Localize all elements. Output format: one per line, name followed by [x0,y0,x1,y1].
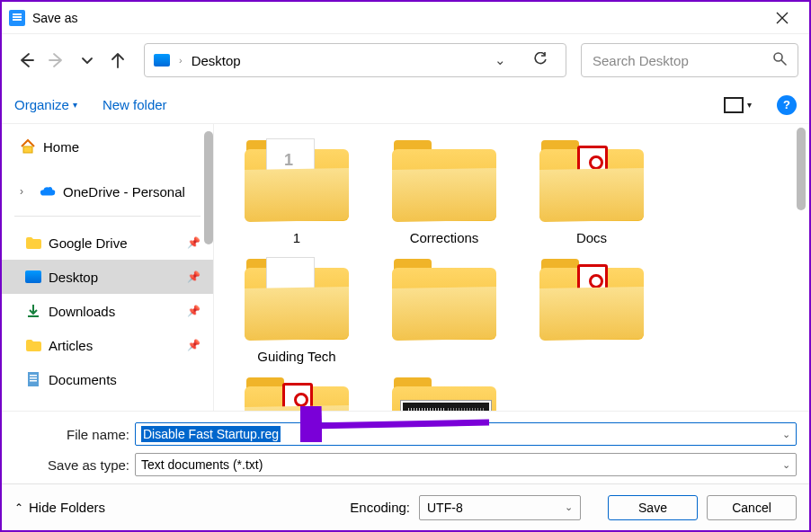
chevron-down-icon[interactable]: ⌄ [486,52,515,68]
folder-item[interactable] [383,370,505,411]
pin-icon: 📌 [187,305,201,317]
pin-icon: 📌 [187,270,201,283]
pin-icon: 📌 [187,236,201,249]
file-name-field[interactable]: Disable Fast Startup.reg ⌄ [135,422,797,446]
tree-item-home[interactable]: Home [2,129,213,164]
tree-item-articles[interactable]: Articles 📌 [2,328,213,362]
svg-point-0 [774,53,782,61]
folder-item[interactable]: Docs [530,133,653,248]
tree-item-google-drive[interactable]: Google Drive 📌 [2,226,213,260]
nav-row: › Desktop ⌄ Search Desktop [2,34,809,86]
toolbar: Organize▾ New folder ▾ ? [2,86,809,124]
svg-rect-1 [23,146,32,153]
tree-item-onedrive[interactable]: › OneDrive - Personal [2,174,213,208]
organize-button[interactable]: Organize▾ [14,97,77,112]
hide-folders-button[interactable]: ⌃ Hide Folders [14,500,105,515]
chevron-right-icon[interactable]: › [20,185,32,198]
navigation-pane: Home › OneDrive - Personal Google Drive … [2,124,214,411]
pin-icon: 📌 [187,339,201,351]
chevron-down-icon[interactable]: ⌄ [782,459,790,471]
footer: ⌃ Hide Folders Encoding: UTF-8 ⌄ Save Ca… [2,483,809,530]
save-as-dialog: Save as › Desktop ⌄ Se [0,0,811,532]
item-label: Docs [576,230,607,248]
folder-icon [392,140,496,223]
nav-scrollbar[interactable] [204,131,213,244]
search-icon [772,51,787,69]
chevron-up-icon: ⌃ [14,501,23,514]
file-name-value: Disable Fast Startup.reg [141,426,281,442]
cloud-icon [40,183,56,200]
breadcrumb-location[interactable]: Desktop [192,53,241,68]
chevron-down-icon: ⌄ [565,501,573,513]
close-button[interactable] [762,2,802,34]
tree-item-documents[interactable]: Documents [2,362,213,396]
file-grid[interactable]: 1 1 Corrections Docs [214,124,809,411]
view-mode-button[interactable]: ▾ [724,92,752,119]
home-icon [20,138,36,155]
help-button[interactable]: ? [777,95,797,115]
item-label: Corrections [410,230,479,248]
save-as-type-field[interactable]: Text documents (*.txt) ⌄ [135,453,797,476]
encoding-select[interactable]: UTF-8 ⌄ [419,495,581,520]
address-bar[interactable]: › Desktop ⌄ [144,43,566,77]
tree-item-desktop[interactable]: Desktop 📌 [2,260,213,294]
save-form: File name: Disable Fast Startup.reg ⌄ Sa… [2,411,809,483]
new-folder-button[interactable]: New folder [102,97,167,112]
thumbnail [401,401,491,411]
folder-item[interactable]: Corrections [383,133,505,248]
folder-icon: 1 [245,140,349,223]
svg-rect-2 [28,372,39,386]
svg-rect-3 [30,375,37,377]
folder-item[interactable] [236,370,358,411]
search-input[interactable]: Search Desktop [581,43,798,77]
search-placeholder: Search Desktop [593,53,689,68]
caret-down-icon: ▾ [73,100,77,110]
folder-icon [539,259,644,341]
svg-rect-5 [30,380,37,382]
folder-icon [245,259,349,341]
file-name-label: File name: [14,427,129,442]
titlebar: Save as [2,2,809,34]
item-label: 1 [293,230,300,248]
document-icon [25,371,41,387]
desktop-icon [25,270,41,283]
chevron-down-icon[interactable]: ⌄ [782,429,790,440]
folder-icon [25,235,41,251]
view-icon [724,97,744,113]
folder-item[interactable] [530,252,653,367]
encoding-label: Encoding: [350,500,410,515]
content-scrollbar[interactable] [797,128,806,210]
folder-icon [392,259,496,341]
up-button[interactable] [104,47,131,74]
cancel-button[interactable]: Cancel [707,495,797,520]
folder-icon [245,377,349,411]
folder-item[interactable]: 1 1 [236,133,358,248]
main-area: Home › OneDrive - Personal Google Drive … [2,124,809,411]
refresh-button[interactable] [524,52,557,69]
folder-item[interactable]: Guiding Tech [236,252,358,367]
back-button[interactable] [13,47,40,74]
folder-icon [539,140,644,223]
app-icon [9,10,25,26]
divider [14,216,201,217]
item-label: Guiding Tech [257,349,335,367]
folder-icon [392,377,496,411]
window-title: Save as [32,11,78,25]
download-icon [25,303,41,319]
svg-rect-4 [30,377,37,379]
folder-icon [25,337,41,353]
folder-item[interactable] [383,252,505,367]
forward-button[interactable] [43,47,70,74]
chevron-right-icon: › [179,55,183,66]
tree-item-downloads[interactable]: Downloads 📌 [2,294,213,328]
save-as-type-label: Save as type: [14,457,129,473]
save-as-type-value: Text documents (*.txt) [141,457,263,472]
save-button[interactable]: Save [608,495,698,520]
desktop-icon [154,54,170,66]
caret-down-icon: ▾ [747,100,752,110]
encoding-value: UTF-8 [427,501,463,515]
recent-locations-button[interactable] [74,47,101,74]
